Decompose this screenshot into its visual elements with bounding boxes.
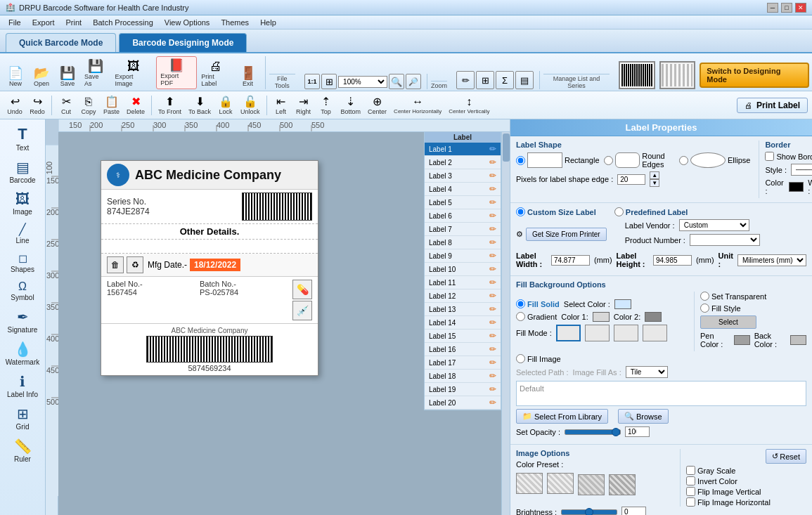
menu-viewoptions[interactable]: View Options bbox=[159, 17, 216, 28]
flip-v-check[interactable]: Flip Image Vertical bbox=[686, 487, 806, 496]
label-item-15[interactable]: Label 15 ✏ bbox=[425, 330, 501, 343]
fill-mode-4[interactable] bbox=[643, 325, 667, 341]
zoom-out-btn[interactable]: 🔎 bbox=[406, 74, 421, 89]
align-top-btn[interactable]: ⇡ Top bbox=[316, 93, 337, 117]
align-bottom-btn[interactable]: ⇣ Bottom bbox=[338, 93, 364, 117]
label-item-7[interactable]: Label 7 ✏ bbox=[425, 223, 501, 236]
invert-check[interactable]: Invert Color bbox=[686, 476, 806, 485]
label-height-input[interactable] bbox=[653, 255, 692, 266]
gradient-radio[interactable]: Gradient bbox=[516, 312, 557, 321]
edit-icon-btn[interactable]: ✏ bbox=[456, 71, 475, 89]
sidebar-item-grid[interactable]: ⊞ Grid bbox=[2, 403, 43, 433]
sidebar-item-shapes[interactable]: ◻ Shapes bbox=[2, 249, 43, 276]
barcode-icon-btn[interactable]: ▤ bbox=[515, 71, 534, 89]
pixels-input[interactable] bbox=[617, 174, 645, 185]
border-color-box[interactable] bbox=[789, 182, 804, 192]
unlock-btn[interactable]: 🔓 Unlock bbox=[238, 93, 263, 117]
label-item-11[interactable]: Label 11 ✏ bbox=[425, 276, 501, 289]
new-btn[interactable]: 📄 New bbox=[3, 65, 28, 89]
border-style-select[interactable]: ──── bbox=[791, 164, 812, 176]
zoom-fit-btn[interactable]: ⊞ bbox=[321, 74, 337, 89]
menu-batch[interactable]: Batch Processing bbox=[87, 17, 159, 28]
shape-round-radio[interactable]: Round Edges bbox=[604, 152, 675, 169]
unit-select[interactable]: Milimeters (mm) bbox=[737, 254, 806, 266]
tab-quick[interactable]: Quick Barcode Mode bbox=[6, 33, 116, 52]
paste-btn[interactable]: 📋 Paste bbox=[101, 93, 122, 117]
label-item-10[interactable]: Label 10 ✏ bbox=[425, 263, 501, 276]
label-item-1[interactable]: Label 1 ✏ bbox=[425, 143, 501, 156]
align-left-btn[interactable]: ⇤ Left bbox=[271, 93, 292, 117]
custom-size-radio[interactable]: Custom Size Label bbox=[516, 207, 596, 216]
label-item-6[interactable]: Label 6 ✏ bbox=[425, 209, 501, 223]
get-size-btn[interactable]: Get Size From Printer bbox=[526, 228, 607, 241]
sidebar-item-ruler[interactable]: 📏 Ruler bbox=[2, 435, 43, 466]
lock-btn[interactable]: 🔒 Lock bbox=[215, 93, 236, 117]
set-transparent-radio[interactable]: Set Transparent bbox=[700, 292, 806, 301]
shape-ellipse-radio[interactable]: Ellipse bbox=[679, 152, 750, 168]
label-item-9[interactable]: Label 9 ✏ bbox=[425, 249, 501, 263]
align-right-btn[interactable]: ⇥ Right bbox=[293, 93, 314, 117]
preset-4[interactable] bbox=[609, 474, 636, 495]
product-select[interactable] bbox=[690, 234, 760, 246]
solid-color-box[interactable] bbox=[614, 299, 631, 309]
label-item-5[interactable]: Label 5 ✏ bbox=[425, 196, 501, 209]
label-item-17[interactable]: Label 17 ✏ bbox=[425, 356, 501, 370]
tab-designing[interactable]: Barcode Designing Mode bbox=[119, 33, 247, 52]
switch-designing-btn[interactable]: Switch to Designing Mode bbox=[700, 63, 809, 88]
pixels-spinner[interactable]: ▲ ▼ bbox=[650, 171, 659, 187]
pen-color-box[interactable] bbox=[734, 335, 750, 345]
fill-as-select[interactable]: Tile bbox=[626, 366, 668, 378]
select-library-btn[interactable]: 📁 Select From Library bbox=[516, 409, 608, 424]
center-h-btn[interactable]: ↔ Center Horizontally bbox=[391, 94, 444, 116]
preset-1[interactable] bbox=[516, 473, 543, 494]
back-color-box[interactable] bbox=[790, 335, 806, 345]
zoom-in-btn[interactable]: 🔍 bbox=[389, 74, 404, 89]
label-item-14[interactable]: Label 14 ✏ bbox=[425, 316, 501, 330]
menu-print[interactable]: Print bbox=[60, 17, 88, 28]
export-pdf-btn[interactable]: 📕 Export PDF bbox=[156, 56, 197, 89]
save-as-btn[interactable]: 💾 Save As bbox=[81, 58, 111, 89]
fill-style-radio[interactable]: Fill Style bbox=[700, 304, 806, 313]
fill-image-radio[interactable]: Fill Image bbox=[516, 354, 561, 363]
browse-btn[interactable]: 🔍 Browse bbox=[618, 409, 669, 424]
sidebar-item-line[interactable]: ╱ Line bbox=[2, 220, 43, 247]
label-item-19[interactable]: Label 19 ✏ bbox=[425, 383, 501, 396]
close-btn[interactable]: ✕ bbox=[795, 3, 806, 13]
maximize-btn[interactable]: □ bbox=[781, 3, 792, 13]
menu-help[interactable]: Help bbox=[254, 17, 282, 28]
grayscale-check[interactable]: Gray Scale bbox=[686, 466, 806, 475]
export-image-btn[interactable]: 🖼 Export Image bbox=[112, 58, 156, 89]
sidebar-item-symbol[interactable]: Ω Symbol bbox=[2, 278, 43, 304]
label-item-13[interactable]: Label 13 ✏ bbox=[425, 303, 501, 316]
copy-btn[interactable]: ⎘ Copy bbox=[78, 94, 99, 117]
center-btn[interactable]: ⊕ Center bbox=[365, 93, 389, 117]
cut-btn[interactable]: ✂ Cut bbox=[56, 93, 77, 117]
zoom-select[interactable]: 100% bbox=[338, 76, 387, 88]
scroll-thumb[interactable] bbox=[503, 133, 510, 162]
preset-3[interactable] bbox=[578, 474, 605, 495]
brightness-input[interactable] bbox=[621, 507, 646, 515]
menu-export[interactable]: Export bbox=[27, 17, 60, 28]
sigma-icon-btn[interactable]: Σ bbox=[496, 71, 514, 89]
fill-mode-1[interactable] bbox=[556, 325, 581, 341]
sidebar-item-watermark[interactable]: 💧 Watermark bbox=[2, 338, 43, 369]
opacity-slider[interactable] bbox=[565, 429, 621, 435]
label-item-2[interactable]: Label 2 ✏ bbox=[425, 156, 501, 169]
label-item-4[interactable]: Label 4 ✏ bbox=[425, 183, 501, 196]
sidebar-item-image[interactable]: 🖼 Image bbox=[2, 188, 43, 219]
fill-select-btn[interactable]: Select bbox=[700, 315, 756, 329]
fill-mode-3[interactable] bbox=[614, 325, 638, 341]
sidebar-item-barcode[interactable]: ▤ Barcode bbox=[2, 156, 43, 187]
show-border-checkbox[interactable]: Show Border bbox=[765, 152, 812, 161]
redo-btn[interactable]: ↪ Redo bbox=[27, 93, 48, 117]
undo-btn[interactable]: ↩ Undo bbox=[4, 93, 25, 117]
sidebar-item-signature[interactable]: ✒ Signature bbox=[2, 306, 43, 337]
label-item-18[interactable]: Label 18 ✏ bbox=[425, 370, 501, 383]
label-item-3[interactable]: Label 3 ✏ bbox=[425, 169, 501, 183]
menu-themes[interactable]: Themes bbox=[215, 17, 254, 28]
gradient-color2-box[interactable] bbox=[645, 312, 662, 322]
vertical-scrollbar[interactable] bbox=[501, 132, 510, 515]
delete-btn[interactable]: ✖ Delete bbox=[124, 93, 148, 117]
exit-btn[interactable]: 🚪 Exit bbox=[236, 65, 261, 89]
label-width-input[interactable] bbox=[551, 255, 590, 266]
